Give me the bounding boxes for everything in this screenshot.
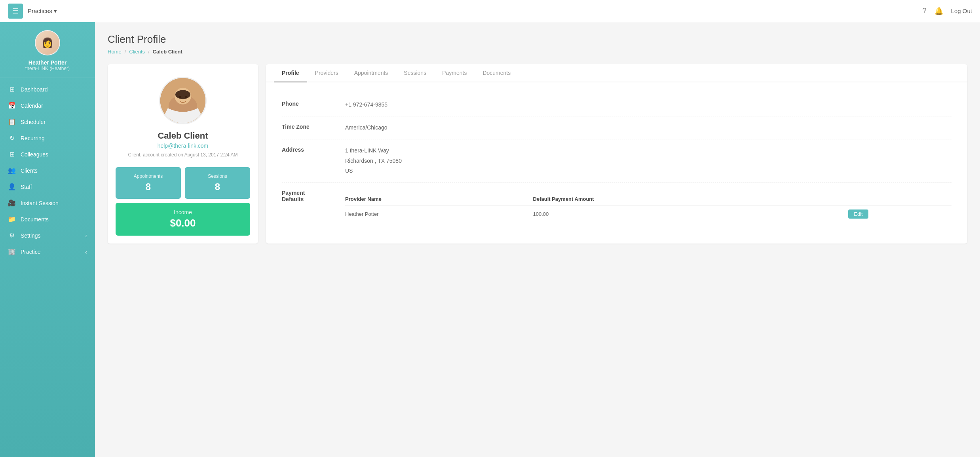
sidebar-username: Heather Potter <box>28 59 66 66</box>
income-value: $0.00 <box>170 217 196 229</box>
recurring-icon: ↻ <box>8 134 16 142</box>
tab-documents[interactable]: Documents <box>475 64 518 82</box>
practices-label: Practices <box>28 8 52 14</box>
sidebar-item-label-clients: Clients <box>21 168 87 174</box>
sidebar-item-label-scheduler: Scheduler <box>21 119 87 125</box>
clients-icon: 👥 <box>8 167 16 174</box>
sidebar-item-colleagues[interactable]: ⊞ Colleagues <box>0 146 95 162</box>
payment-amount: 100.00 <box>533 205 849 223</box>
appointments-stat-value: 8 <box>146 181 151 192</box>
svg-point-3 <box>175 90 190 99</box>
sidebar-item-instant-session[interactable]: 🎥 Instant Session <box>0 195 95 211</box>
client-avatar-image <box>160 78 205 123</box>
sidebar-item-label-dashboard: Dashboard <box>21 86 87 93</box>
breadcrumb: Home / Clients / Caleb Client <box>108 49 967 55</box>
stats-row: Appointments 8 Sessions 8 <box>116 167 250 199</box>
dashboard-icon: ⊞ <box>8 86 16 93</box>
staff-icon: 👤 <box>8 183 16 190</box>
tab-sessions[interactable]: Sessions <box>396 64 434 82</box>
payment-col-provider: Provider Name <box>345 193 533 206</box>
edit-button[interactable]: Edit <box>848 209 868 219</box>
sidebar-user: 👩 Heather Potter thera-LINK (Heather) <box>0 22 95 78</box>
profile-body: Phone +1 972-674-9855 Time Zone America/… <box>266 82 967 240</box>
client-name: Caleb Client <box>158 131 208 141</box>
profile-label: Time Zone <box>282 123 345 130</box>
sidebar-item-documents[interactable]: 📁 Documents <box>0 211 95 227</box>
table-row: Heather Potter 100.00 Edit <box>345 205 952 223</box>
avatar: 👩 <box>35 30 60 55</box>
main-content: Client Profile Home / Clients / Caleb Cl… <box>95 22 980 457</box>
topnav-right: ? 🔔 Log Out <box>923 7 972 15</box>
page-title: Client Profile <box>108 33 967 46</box>
profile-row-time-zone: Time Zone America/Chicago <box>282 116 952 139</box>
profile-value: America/Chicago <box>345 123 952 133</box>
logout-button[interactable]: Log Out <box>951 8 972 14</box>
sidebar-item-recurring[interactable]: ↻ Recurring <box>0 130 95 146</box>
tab-profile[interactable]: Profile <box>274 64 307 82</box>
client-avatar <box>159 77 207 124</box>
hamburger-button[interactable]: ☰ <box>8 4 23 19</box>
sidebar-org: thera-LINK (Heather) <box>25 66 70 71</box>
tab-payments[interactable]: Payments <box>434 64 475 82</box>
svg-point-5 <box>185 96 187 98</box>
client-email: help@thera-link.com <box>158 143 209 149</box>
sidebar-nav: ⊞ Dashboard 📅 Calendar 📋 Scheduler ↻ Rec… <box>0 78 95 457</box>
profile-label: Phone <box>282 100 345 107</box>
profile-label: Address <box>282 146 345 153</box>
payment-col-amount: Default Payment Amount <box>533 193 849 206</box>
layout: 👩 Heather Potter thera-LINK (Heather) ⊞ … <box>0 22 980 457</box>
tab-providers[interactable]: Providers <box>307 64 346 82</box>
sidebar-item-practice[interactable]: 🏢 Practice ‹ <box>0 244 95 260</box>
sidebar-item-label-recurring: Recurring <box>21 135 87 141</box>
sidebar-arrow-practice: ‹ <box>85 249 87 255</box>
sidebar-item-scheduler[interactable]: 📋 Scheduler <box>0 114 95 130</box>
payment-defaults-table: Provider Name Default Payment Amount Hea… <box>345 193 952 223</box>
sidebar-item-label-colleagues: Colleagues <box>21 151 87 158</box>
profile-row-phone: Phone +1 972-674-9855 <box>282 93 952 116</box>
breadcrumb-current: Caleb Client <box>153 49 182 55</box>
tab-appointments[interactable]: Appointments <box>346 64 396 82</box>
appointments-stat-label: Appointments <box>134 173 163 179</box>
bell-icon[interactable]: 🔔 <box>934 7 943 15</box>
practices-arrow-icon: ▾ <box>54 8 57 15</box>
settings-icon: ⚙ <box>8 232 16 239</box>
payment-provider-name: Heather Potter <box>345 205 533 223</box>
content-grid: Caleb Client help@thera-link.com Client,… <box>108 64 967 244</box>
sidebar-arrow-settings: ‹ <box>85 232 87 239</box>
sidebar-item-label-settings: Settings <box>21 232 80 239</box>
sidebar-item-label-practice: Practice <box>21 249 80 255</box>
topnav: ☰ Practices ▾ ? 🔔 Log Out <box>0 0 980 22</box>
profile-value: 1 thera-LINK WayRichardson , TX 75080US <box>345 146 952 176</box>
income-card: Income $0.00 <box>116 203 250 236</box>
sidebar-item-staff[interactable]: 👤 Staff <box>0 179 95 195</box>
breadcrumb-home[interactable]: Home <box>108 49 122 55</box>
sidebar-item-label-calendar: Calendar <box>21 103 87 109</box>
sessions-stat: Sessions 8 <box>185 167 250 199</box>
scheduler-icon: 📋 <box>8 118 16 126</box>
practice-icon: 🏢 <box>8 248 16 255</box>
svg-point-4 <box>179 96 181 98</box>
tabs-row: ProfileProvidersAppointmentsSessionsPaym… <box>266 64 967 82</box>
sessions-stat-value: 8 <box>215 181 220 192</box>
income-label: Income <box>174 209 192 215</box>
breadcrumb-sep-1: / <box>125 49 126 55</box>
breadcrumb-clients[interactable]: Clients <box>129 49 145 55</box>
appointments-stat: Appointments 8 <box>116 167 181 199</box>
practices-button[interactable]: Practices ▾ <box>28 8 57 15</box>
documents-icon: 📁 <box>8 215 16 223</box>
payment-defaults-label: PaymentDefaults <box>282 189 345 202</box>
sidebar-item-dashboard[interactable]: ⊞ Dashboard <box>0 81 95 97</box>
colleagues-icon: ⊞ <box>8 150 16 158</box>
topnav-left: ☰ Practices ▾ <box>8 4 57 19</box>
instant-session-icon: 🎥 <box>8 199 16 207</box>
breadcrumb-sep-2: / <box>148 49 150 55</box>
payment-defaults-content: Provider Name Default Payment Amount Hea… <box>345 189 952 223</box>
sidebar: 👩 Heather Potter thera-LINK (Heather) ⊞ … <box>0 22 95 457</box>
sidebar-item-clients[interactable]: 👥 Clients <box>0 162 95 179</box>
avatar-image: 👩 <box>36 31 59 55</box>
client-card: Caleb Client help@thera-link.com Client,… <box>108 64 258 244</box>
profile-value: +1 972-674-9855 <box>345 100 952 110</box>
sidebar-item-calendar[interactable]: 📅 Calendar <box>0 97 95 114</box>
help-icon[interactable]: ? <box>923 7 927 15</box>
sidebar-item-settings[interactable]: ⚙ Settings ‹ <box>0 227 95 244</box>
